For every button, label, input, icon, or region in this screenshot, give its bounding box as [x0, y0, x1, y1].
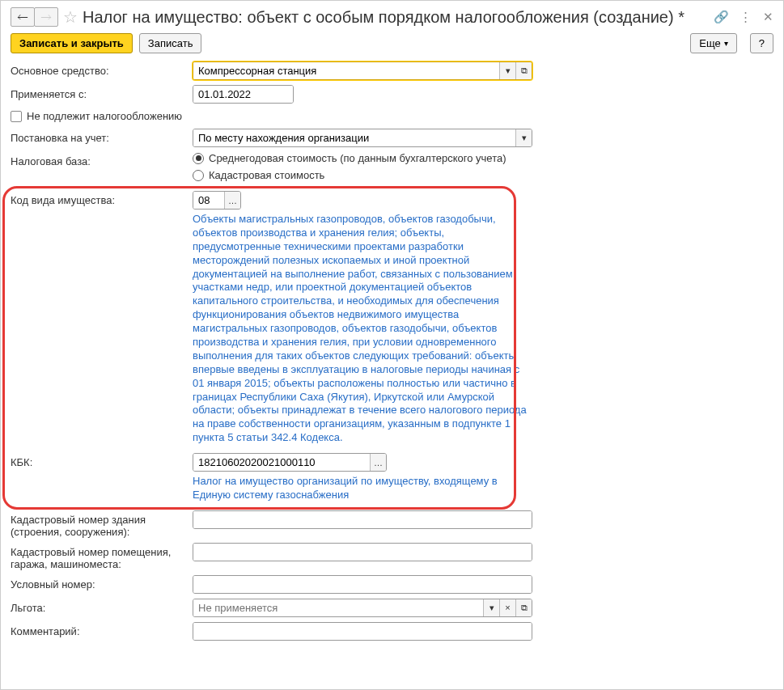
open-icon[interactable]: ⧉: [515, 62, 532, 79]
kbk-description[interactable]: Налог на имущество организаций по имущес…: [193, 475, 532, 502]
benefit-input[interactable]: [193, 599, 483, 616]
page-title: Налог на имущество: объект с особым поря…: [83, 8, 706, 27]
chevron-down-icon: ▾: [724, 39, 728, 48]
conditional-number-label: Условный номер:: [11, 575, 193, 591]
fixed-asset-input[interactable]: [193, 62, 499, 79]
close-icon[interactable]: ✕: [763, 10, 773, 23]
dropdown-icon[interactable]: ▾: [515, 129, 532, 146]
tax-base-option1: Среднегодовая стоимость (по данным бухга…: [209, 152, 506, 164]
not-taxable-checkbox[interactable]: [11, 111, 22, 122]
tax-base-label: Налоговая база:: [11, 152, 193, 167]
not-taxable-label: Не подлежит налогообложению: [27, 110, 182, 122]
comment-input[interactable]: [193, 623, 532, 640]
ellipsis-icon[interactable]: …: [224, 192, 240, 209]
registration-label: Постановка на учет:: [11, 129, 193, 144]
favorite-icon[interactable]: ☆: [63, 7, 78, 27]
benefit-label: Льгота:: [11, 599, 193, 614]
save-close-button[interactable]: Записать и закрыть: [11, 33, 133, 53]
kbk-input[interactable]: [193, 454, 370, 471]
applied-from-label: Применяется с:: [11, 85, 193, 100]
cadastral-building-input[interactable]: [193, 511, 532, 528]
property-code-description[interactable]: Объекты магистральных газопроводов, объе…: [193, 213, 532, 445]
open-icon[interactable]: ⧉: [515, 599, 532, 616]
dropdown-icon[interactable]: ▾: [483, 599, 499, 616]
property-code-input[interactable]: [193, 192, 224, 209]
cadastral-room-label: Кадастровый номер помещения, гаража, маш…: [11, 543, 193, 570]
menu-icon[interactable]: ⋮: [740, 10, 752, 23]
back-button[interactable]: 🡐: [11, 7, 35, 27]
property-code-label: Код вида имущества:: [11, 191, 193, 206]
conditional-number-input[interactable]: [193, 576, 532, 593]
applied-from-input[interactable]: [193, 86, 294, 103]
cadastral-room-input[interactable]: [193, 544, 532, 561]
save-button[interactable]: Записать: [139, 33, 202, 53]
dropdown-icon[interactable]: ▾: [499, 62, 515, 79]
ellipsis-icon[interactable]: …: [370, 454, 386, 471]
clear-icon[interactable]: ×: [499, 599, 515, 616]
tax-base-radio-cadastral[interactable]: [193, 170, 204, 181]
comment-label: Комментарий:: [11, 622, 193, 637]
forward-button[interactable]: 🡒: [34, 7, 58, 27]
cadastral-building-label: Кадастровый номер здания (строения, соор…: [11, 510, 193, 538]
kbk-label: КБК:: [11, 453, 193, 468]
registration-input[interactable]: [193, 129, 515, 146]
help-button[interactable]: ?: [750, 33, 773, 53]
tax-base-radio-avg[interactable]: [193, 153, 204, 164]
more-button[interactable]: Еще ▾: [690, 33, 736, 53]
link-icon[interactable]: 🔗: [714, 10, 729, 23]
tax-base-option2: Кадастровая стоимость: [209, 169, 324, 181]
fixed-asset-label: Основное средство:: [11, 61, 193, 77]
